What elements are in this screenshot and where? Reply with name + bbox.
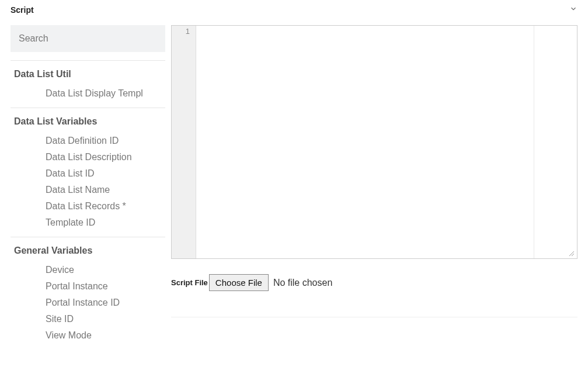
group-title: Data List Variables xyxy=(11,116,165,133)
sidebar-item-template-id[interactable]: Template ID xyxy=(11,215,165,231)
sidebar-item-portal-instance-id[interactable]: Portal Instance ID xyxy=(11,295,165,311)
script-file-row: Script File Choose File No file chosen xyxy=(171,274,577,317)
main-content: 1 Script File Choose File No file chosen xyxy=(165,19,577,376)
sidebar-item-device[interactable]: Device xyxy=(11,262,165,278)
sidebar-item-data-list-name[interactable]: Data List Name xyxy=(11,182,165,198)
editor-right-pane xyxy=(534,26,577,258)
editor-gutter: 1 xyxy=(172,26,196,258)
sidebar-item-site-id[interactable]: Site ID xyxy=(11,311,165,327)
file-status: No file chosen xyxy=(270,278,332,288)
sidebar-item-view-mode[interactable]: View Mode xyxy=(11,327,165,344)
search-input[interactable] xyxy=(11,25,165,52)
group-title: General Variables xyxy=(11,245,165,262)
sidebar-group-data-list-variables: Data List Variables Data Definition ID D… xyxy=(11,108,165,237)
choose-file-button[interactable]: Choose File xyxy=(209,274,269,291)
sidebar-item-data-list-description[interactable]: Data List Description xyxy=(11,149,165,165)
script-file-label: Script File xyxy=(171,278,208,287)
panel-title: Script xyxy=(11,5,34,15)
sidebar-item-data-list-records[interactable]: Data List Records * xyxy=(11,198,165,215)
sidebar-item-data-list-display-templ[interactable]: Data List Display Templ xyxy=(11,85,165,102)
sidebar-group-data-list-util: Data List Util Data List Display Templ xyxy=(11,60,165,108)
sidebar-item-portal-instance[interactable]: Portal Instance xyxy=(11,278,165,295)
group-title: Data List Util xyxy=(11,69,165,85)
editor-textarea[interactable] xyxy=(196,26,534,258)
chevron-down-icon xyxy=(569,5,577,15)
sidebar-item-data-list-id[interactable]: Data List ID xyxy=(11,165,165,182)
script-editor: 1 xyxy=(171,25,577,259)
panel-header[interactable]: Script xyxy=(0,0,588,19)
variables-sidebar: Data List Util Data List Display Templ D… xyxy=(11,19,165,376)
sidebar-item-data-definition-id[interactable]: Data Definition ID xyxy=(11,133,165,149)
line-number: 1 xyxy=(172,27,190,36)
sidebar-group-general-variables: General Variables Device Portal Instance… xyxy=(11,237,165,350)
